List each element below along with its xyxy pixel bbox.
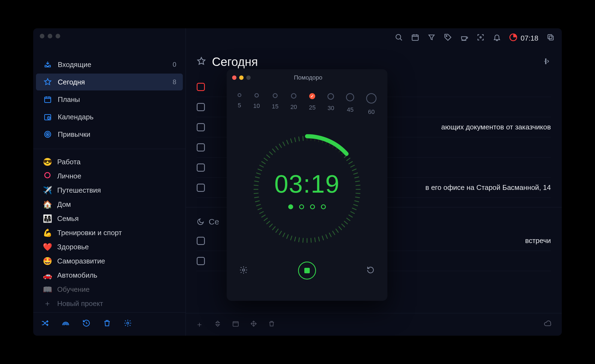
date-icon[interactable] [232,320,239,329]
duration-circle [309,93,315,99]
add-task-icon[interactable]: ＋ [196,319,203,330]
sidebar-item-inbox[interactable]: Входящие 0 [36,56,183,73]
sidebar-item-today[interactable]: Сегодня 8 [36,74,183,90]
pomodoro-duration-option[interactable]: 30 [327,93,334,116]
new-project-button[interactable]: ＋Новый проект [36,297,183,310]
svg-rect-13 [549,36,553,40]
history-icon[interactable] [82,319,90,329]
shuffle-icon[interactable] [41,319,49,329]
search-icon[interactable] [395,33,403,43]
project-item[interactable]: ❤️Здоровье [36,240,183,254]
focus-icon[interactable] [476,33,485,43]
collapse-all-icon[interactable] [543,57,551,66]
task-title-fragment: ающих документов от заказчиков [441,123,551,131]
sidebar-item-label: Привычки [58,130,176,139]
project-item[interactable]: 😎Работа [36,155,183,169]
duration-circle [366,93,377,104]
archive-icon[interactable] [268,320,275,329]
pomodoro-clock: 03:19 [246,128,368,251]
task-checkbox[interactable] [197,184,205,192]
duration-label: 20 [290,104,297,111]
pomodoro-settings-icon[interactable] [239,266,248,275]
pomodoro-cycle-dots [288,204,326,209]
pomodoro-duration-option[interactable]: 45 [346,93,354,116]
project-emoji-icon: 🚗 [42,271,52,280]
sidebar-item-calendar[interactable]: Календарь [36,108,183,125]
sidebar-item-habits[interactable]: Привычки [36,126,183,143]
gear-icon[interactable] [124,319,132,329]
task-checkbox[interactable] [197,257,205,265]
task-checkbox[interactable] [197,143,205,151]
task-checkbox[interactable] [197,83,205,91]
cloud-sync-icon[interactable] [544,320,552,330]
pomodoro-duration-option[interactable]: 60 [366,93,377,116]
pomodoro-duration-option[interactable]: 15 [272,93,278,116]
task-checkbox[interactable] [197,103,205,111]
svg-rect-14 [548,35,552,39]
project-label: Дом [57,200,71,209]
duration-label: 5 [238,102,241,109]
cycle-dot [288,204,293,209]
project-label: Личное [57,172,81,180]
priority-icon[interactable] [214,320,221,329]
project-label: Путешествия [57,186,101,195]
move-icon[interactable] [250,320,257,329]
pomodoro-duration-option[interactable]: 5 [238,93,241,116]
app-window: Входящие 0 Сегодня 8 Планы Кале [33,28,562,336]
sidebar-item-plans[interactable]: Планы [36,91,183,108]
stop-icon [304,268,310,273]
project-label: Работа [57,158,81,166]
trash-icon[interactable] [103,319,111,329]
project-item[interactable]: Личное [36,169,183,183]
project-emoji-icon: 📖 [42,285,52,294]
task-title-fragment: в его офисе на Старой Басманной, 14 [425,183,551,192]
project-item[interactable]: 📖Обучение [36,283,183,296]
duration-label: 60 [368,108,375,116]
plus-icon: ＋ [42,298,52,309]
cycle-dot [321,204,326,209]
project-item[interactable]: 🚗Автомобиль [36,268,183,282]
main-footer: ＋ [186,313,562,336]
pomodoro-timer-icon[interactable] [509,33,517,43]
window-close[interactable] [40,34,44,38]
task-checkbox[interactable] [197,237,205,245]
project-ring-icon [42,172,52,181]
rainbow-icon[interactable] [62,319,70,329]
svg-point-6 [45,172,50,178]
sidebar-divider [33,149,186,149]
task-checkbox[interactable] [197,163,205,172]
project-item[interactable]: 💪Тренировки и спорт [36,226,183,239]
copy-icon[interactable] [547,33,555,43]
pomodoro-stop-button[interactable] [298,262,316,280]
project-label: Тренировки и спорт [57,229,122,237]
project-item[interactable]: 👨‍👩‍👧Семья [36,212,183,225]
window-zoom[interactable] [56,34,60,38]
project-item[interactable]: 🤩Саморазвитие [36,254,183,268]
task-checkbox[interactable] [197,123,205,131]
calendar-icon [42,112,53,122]
pomodoro-duration-option[interactable]: 20 [290,93,297,116]
calendar-toolbar-icon[interactable] [411,33,419,43]
pomodoro-reset-icon[interactable] [366,266,375,275]
evening-section-label: Се [209,217,219,226]
mac-traffic-lights [40,34,60,38]
pomodoro-title: Помодоро [234,74,382,81]
window-minimize[interactable] [48,34,52,38]
pomodoro-duration-option[interactable]: 10 [253,93,260,116]
star-icon [42,77,53,87]
project-emoji-icon: 😎 [42,157,52,166]
filter-icon[interactable] [427,33,436,43]
svg-rect-15 [233,321,238,326]
project-item[interactable]: ✈️Путешествия [36,183,183,197]
bell-icon[interactable] [493,33,501,43]
svg-point-97 [242,269,245,271]
duration-label: 10 [253,102,260,110]
project-item[interactable]: 🏠Дом [36,198,183,211]
tag-icon[interactable] [444,33,452,43]
coffee-icon[interactable] [460,33,468,43]
favorite-star-icon[interactable] [197,57,206,67]
svg-rect-9 [412,35,418,40]
duration-label: 30 [327,105,334,112]
new-project-label: Новый проект [57,299,103,308]
pomodoro-duration-option[interactable]: 25 [309,93,315,116]
